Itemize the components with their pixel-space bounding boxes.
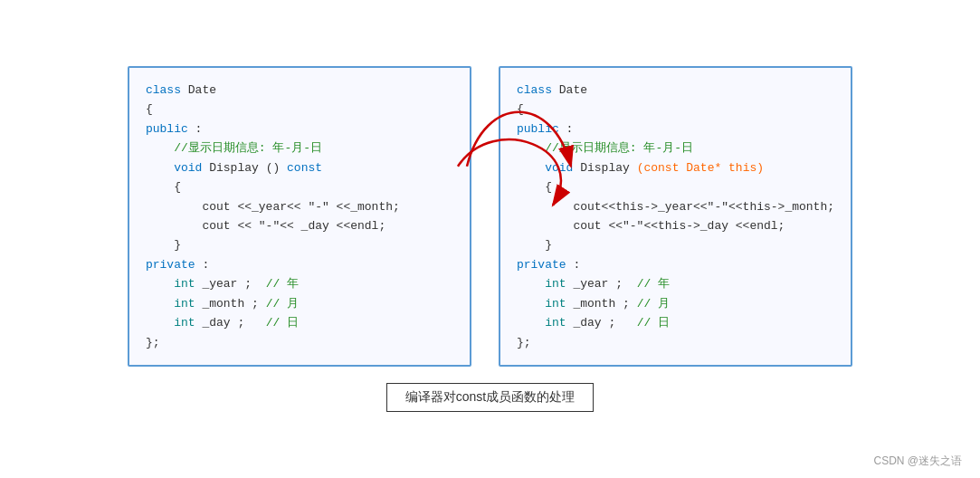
code-line: }; <box>146 333 453 352</box>
code-line: }; <box>517 333 834 352</box>
code-line: { <box>146 177 453 196</box>
code-line: cout <<_year<< "-" <<_month; <box>146 197 453 216</box>
code-line: private : <box>146 255 453 274</box>
code-line: } <box>517 235 834 254</box>
code-line: void Display (const Date* this) <box>517 158 834 177</box>
code-line: cout << "-"<< _day <<endl; <box>146 216 453 235</box>
code-line: cout<<this->_year<<"-"<<this->_month; <box>517 197 834 216</box>
caption-text: 编译器对const成员函数的处理 <box>405 389 575 404</box>
watermark: CSDN @迷失之语 <box>873 454 962 469</box>
code-line: public : <box>517 120 834 139</box>
code-panels: class Date { public : //显示日期信息: 年-月-日 vo… <box>18 66 962 367</box>
code-line: class Date <box>517 81 834 100</box>
left-code-panel: class Date { public : //显示日期信息: 年-月-日 vo… <box>128 66 471 367</box>
code-line: private : <box>517 255 834 274</box>
code-line: } <box>146 235 453 254</box>
main-container: class Date { public : //显示日期信息: 年-月-日 vo… <box>0 0 980 478</box>
code-line: //显示日期信息: 年-月-日 <box>146 139 453 158</box>
code-line: { <box>517 177 834 196</box>
code-line: void Display () const <box>146 158 453 177</box>
code-line: int _day ; // 日 <box>517 313 834 332</box>
code-line: int _month ; // 月 <box>146 294 453 313</box>
code-line: { <box>146 100 453 119</box>
code-line: int _year ; // 年 <box>517 274 834 293</box>
code-line: class Date <box>146 81 453 100</box>
caption-box: 编译器对const成员函数的处理 <box>386 383 594 412</box>
right-code-panel: class Date { public : //显示日期信息: 年-月-日 vo… <box>499 66 852 367</box>
code-line: { <box>517 100 834 119</box>
code-line: int _month ; // 月 <box>517 294 834 313</box>
code-line: cout <<"-"<<this->_day <<endl; <box>517 216 834 235</box>
code-line: public : <box>146 120 453 139</box>
code-line: int _year ; // 年 <box>146 274 453 293</box>
code-line: int _day ; // 日 <box>146 313 453 332</box>
code-line: //显示日期信息: 年-月-日 <box>517 139 834 158</box>
